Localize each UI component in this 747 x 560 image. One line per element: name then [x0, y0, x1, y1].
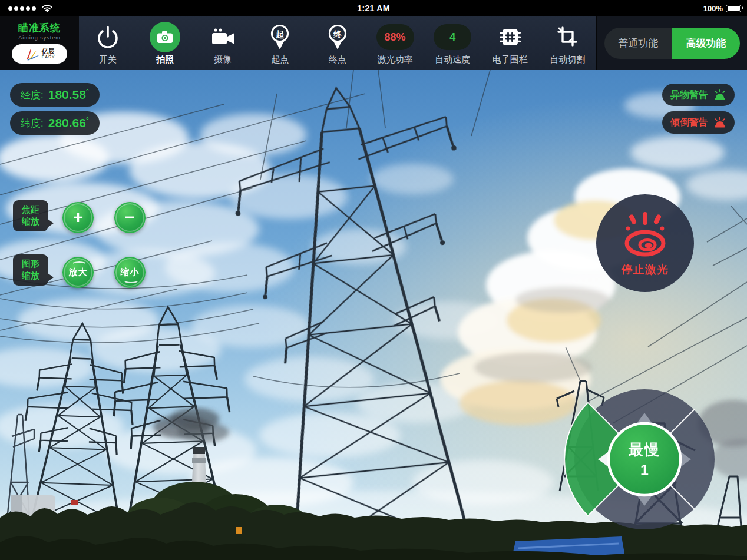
company-logo: 亿辰 EASY — [12, 44, 67, 64]
auto-cut-button[interactable]: 自动切割 — [539, 16, 597, 70]
arc-decoration — [123, 277, 139, 283]
power-icon — [97, 25, 118, 49]
mode-toggle: 普通功能 高级功能 — [604, 28, 740, 59]
mode-toggle-section: 普通功能 高级功能 — [596, 16, 747, 70]
pin-end-char: 终 — [333, 29, 342, 39]
start-point-button[interactable]: 起 起点 — [252, 16, 309, 70]
graphic-zoom-label: 图形 缩放 — [13, 254, 48, 286]
pin-start-char: 起 — [275, 29, 284, 39]
alarm-light-icon — [713, 117, 726, 129]
battery-icon — [726, 5, 741, 12]
crop-icon — [556, 25, 579, 49]
plus-icon: + — [73, 208, 84, 226]
toolbar-buttons: 开关 拍照 摄像 — [79, 16, 596, 70]
latitude-readout: 纬度: 280.66° — [10, 111, 100, 135]
focus-zoom-in-button[interactable]: + — [62, 202, 94, 233]
normal-mode-tab[interactable]: 普通功能 — [604, 28, 672, 59]
pin-start-icon: 起 — [269, 24, 290, 51]
tilt-warning-label: 倾倒警告 — [670, 117, 708, 129]
focus-zoom-label: 焦距 缩放 — [13, 200, 48, 231]
logo-text-secondary: EASY — [42, 55, 55, 59]
app-screen: 1:21 AM 100% 瞄准系统 Aiming system 亿辰 EASY — [0, 0, 747, 560]
laser-power-button[interactable]: 88% 激光功率 — [366, 16, 424, 70]
graphic-shrink-button[interactable]: 缩小 — [114, 257, 146, 288]
app-subtitle: Aiming system — [18, 35, 61, 41]
auto-speed-value: 4 — [434, 24, 471, 50]
dpad-speed-button[interactable] — [609, 423, 680, 495]
foreign-object-warning-label: 异物警告 — [670, 89, 708, 101]
take-photo-button[interactable]: 拍照 — [137, 16, 194, 70]
auto-speed-label: 自动速度 — [435, 54, 470, 65]
alarm-light-icon — [713, 89, 726, 101]
logo-text-primary: 亿辰 — [42, 48, 55, 55]
graphic-enlarge-button[interactable]: 放大 — [62, 257, 94, 288]
electronic-fence-button[interactable]: 电子围栏 — [481, 16, 539, 70]
latitude-label: 纬度: — [21, 117, 44, 130]
power-button[interactable]: 开关 — [79, 16, 137, 70]
auto-speed-button[interactable]: 4 自动速度 — [424, 16, 481, 70]
status-bar: 1:21 AM 100% — [0, 0, 747, 16]
minus-icon: − — [125, 208, 135, 226]
end-point-button[interactable]: 终 终点 — [309, 16, 366, 70]
chip-icon — [498, 25, 522, 49]
stop-laser-label: 停止激光 — [622, 262, 669, 277]
record-video-label: 摄像 — [214, 54, 232, 65]
laser-eye-icon — [617, 209, 673, 260]
longitude-readout: 经度: 180.58° — [10, 83, 100, 107]
take-photo-label: 拍照 — [156, 54, 174, 65]
advanced-mode-tab[interactable]: 高级功能 — [672, 28, 740, 59]
pin-end-icon: 终 — [327, 24, 348, 51]
tilt-warning[interactable]: 倾倒警告 — [662, 111, 735, 134]
focus-zoom-out-button[interactable]: − — [114, 202, 146, 233]
foreign-object-warning[interactable]: 异物警告 — [662, 84, 735, 106]
app-title: 瞄准系统 — [18, 23, 61, 34]
end-point-label: 终点 — [329, 54, 346, 65]
latitude-value: 280.66° — [48, 116, 89, 130]
longitude-label: 经度: — [21, 88, 44, 102]
bubble-tail — [48, 273, 54, 281]
electronic-fence-label: 电子围栏 — [493, 54, 528, 65]
record-video-button[interactable]: 摄像 — [194, 16, 252, 70]
direction-pad: 最慢 1 — [563, 377, 726, 541]
auto-cut-label: 自动切割 — [550, 54, 585, 65]
laser-power-label: 激光功率 — [378, 54, 413, 65]
battery-percent: 100% — [703, 4, 723, 13]
logo-brush-icon — [24, 47, 39, 61]
longitude-value: 180.58° — [48, 88, 89, 102]
video-camera-icon — [210, 28, 235, 47]
laser-power-value: 88% — [376, 24, 414, 50]
camera-icon — [150, 22, 180, 52]
app-brand: 瞄准系统 Aiming system 亿辰 EASY — [0, 16, 79, 70]
bubble-tail — [48, 219, 54, 227]
arc-decoration — [71, 261, 87, 268]
stop-laser-button[interactable]: 停止激光 — [596, 194, 694, 292]
start-point-label: 起点 — [271, 54, 289, 65]
clock-time: 1:21 AM — [0, 0, 747, 16]
top-toolbar: 瞄准系统 Aiming system 亿辰 EASY — [0, 16, 747, 70]
power-label: 开关 — [99, 54, 117, 65]
